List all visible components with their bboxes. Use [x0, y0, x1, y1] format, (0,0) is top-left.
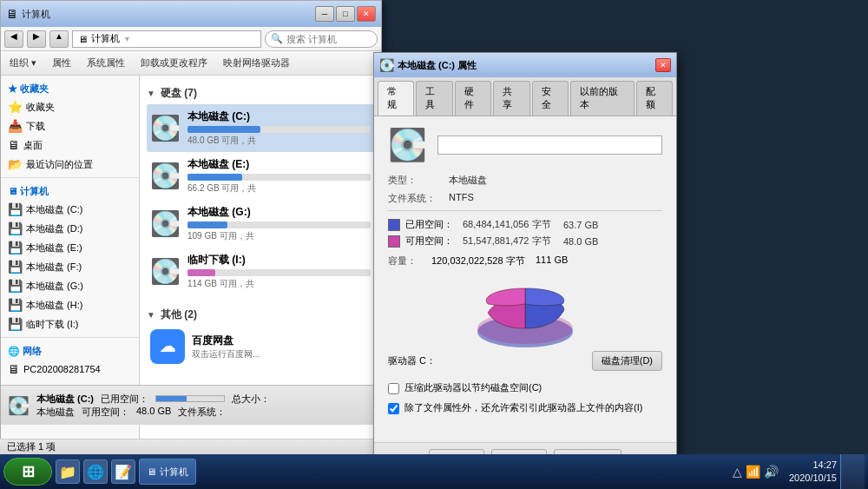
- toolbar-map[interactable]: 映射网络驱动器: [220, 55, 293, 71]
- tab-general[interactable]: 常规: [378, 81, 414, 116]
- sidebar-item-favorites[interactable]: ⭐ 收藏夹: [1, 97, 139, 116]
- compress-checkbox-row: 压缩此驱动器以节约磁盘空间(C): [388, 381, 662, 394]
- drive-f-icon: 💾: [8, 260, 23, 274]
- dialog-drive-large-icon: 💽: [388, 127, 427, 163]
- status-free-label: 可用空间：: [82, 406, 129, 419]
- minimize-button[interactable]: ─: [315, 6, 334, 22]
- free-legend-label: 可用空间：: [405, 235, 457, 248]
- sidebar-item-h[interactable]: 💾 本地磁盘 (H:): [1, 295, 139, 314]
- taskbar-icon-3-img: 📝: [115, 464, 132, 480]
- fs-label: 文件系统：: [388, 192, 449, 205]
- type-label: 类型：: [388, 174, 449, 187]
- drive-i-info: 临时下载 (I:) 114 GB 可用，共: [187, 253, 371, 290]
- compress-checkbox[interactable]: [388, 383, 399, 394]
- drive-g-img: 💽: [150, 209, 181, 238]
- forward-button[interactable]: ▶: [27, 30, 46, 48]
- tray-icon-1[interactable]: △: [733, 465, 742, 479]
- drive-c-name: 本地磁盘 (C:): [187, 109, 371, 124]
- tab-share[interactable]: 共享: [493, 81, 529, 116]
- free-legend-row: 可用空间： 51,547,881,472 字节 48.0 GB: [388, 235, 662, 248]
- address-text: 计算机: [91, 32, 120, 45]
- tab-hardware[interactable]: 硬件: [455, 81, 491, 116]
- drive-d-icon: 💾: [8, 221, 23, 235]
- drive-c-bar-container: [187, 126, 371, 133]
- search-icon: 🔍: [271, 33, 283, 44]
- toolbar-organize[interactable]: 组织 ▾: [6, 55, 40, 71]
- properties-dialog: 💽 本地磁盘 (C:) 属性 ✕ 常规 工具 硬件 共享 安全 以前的版本 配额…: [373, 52, 677, 478]
- status-row2: 本地磁盘 可用空间： 48.0 GB 文件系统：: [36, 406, 376, 419]
- sidebar-item-downloads[interactable]: 📥 下载: [1, 116, 139, 135]
- drive-c-item[interactable]: 💽 本地磁盘 (C:) 48.0 GB 可用，共: [147, 104, 374, 152]
- sidebar-item-pc[interactable]: 🖥 PC202008281754: [1, 360, 139, 379]
- disk-legend: 已用空间： 68,484,141,056 字节 63.7 GB 可用空间： 51…: [388, 218, 662, 248]
- back-button[interactable]: ◀: [4, 30, 23, 48]
- tab-security[interactable]: 安全: [532, 81, 569, 116]
- baidu-info: 百度网盘 双击运行百度网...: [192, 334, 260, 360]
- other-header: ▼ 其他 (2): [147, 304, 374, 326]
- toolbar-uninstall[interactable]: 卸载或更改程序: [137, 55, 211, 71]
- index-label: 除了文件属性外，还允许索引引此驱动器上文件的内容(I): [404, 401, 642, 414]
- free-size: 48.0 GB: [563, 236, 598, 247]
- tray-network-icon[interactable]: 📶: [746, 465, 760, 479]
- dialog-title-bar: 💽 本地磁盘 (C:) 属性 ✕: [374, 53, 676, 77]
- up-button[interactable]: ▲: [49, 30, 69, 48]
- sidebar-computer-header[interactable]: 🖥 计算机: [1, 182, 139, 200]
- type-value: 本地磁盘: [449, 174, 487, 187]
- divider-2: [1, 337, 139, 338]
- used-size: 63.7 GB: [563, 220, 598, 230]
- drive-i-meta: 114 GB 可用，共: [187, 278, 371, 290]
- clock[interactable]: 14:27 2020/10/15: [789, 459, 837, 486]
- sidebar-network-header[interactable]: 🌐 网络: [1, 341, 139, 360]
- taskbar-icon-1[interactable]: 📁: [56, 459, 80, 484]
- sidebar-item-e[interactable]: 💾 本地磁盘 (E:): [1, 238, 139, 257]
- sidebar-item-f[interactable]: 💾 本地磁盘 (F:): [1, 257, 139, 276]
- fs-value: NTFS: [449, 192, 474, 205]
- toolbar-properties[interactable]: 属性: [49, 55, 75, 71]
- drive-e-img: 💽: [150, 162, 181, 190]
- drive-c-bar: [187, 126, 260, 133]
- status-total-label: 总大小：: [232, 393, 270, 406]
- drive-e-bar-container: [187, 174, 371, 181]
- taskbar-icon-2[interactable]: 🌐: [83, 459, 108, 484]
- drive-c-icon: 💾: [8, 202, 23, 216]
- tab-tools[interactable]: 工具: [416, 81, 452, 116]
- drive-i-img: 💽: [150, 257, 181, 286]
- drive-e-item[interactable]: 💽 本地磁盘 (E:) 66.2 GB 可用，共: [147, 152, 374, 200]
- baidu-name: 百度网盘: [192, 334, 260, 348]
- show-desktop-button[interactable]: [840, 454, 865, 489]
- start-button[interactable]: ⊞: [3, 458, 52, 486]
- drive-c-info: 本地磁盘 (C:) 48.0 GB 可用，共: [187, 109, 371, 147]
- pc-icon: 🖥: [8, 362, 20, 376]
- taskbar-icon-3[interactable]: 📝: [111, 459, 135, 484]
- sidebar-item-desktop[interactable]: 🖥 桌面: [1, 135, 139, 155]
- status-drive-type: 本地磁盘: [36, 406, 75, 419]
- baidu-desc: 双击运行百度网...: [192, 348, 260, 360]
- close-button[interactable]: ✕: [357, 6, 376, 22]
- tab-previous[interactable]: 以前的版本: [570, 81, 634, 116]
- sidebar-item-d[interactable]: 💾 本地磁盘 (D:): [1, 219, 139, 238]
- baidu-item[interactable]: ☁ 百度网盘 双击运行百度网...: [147, 326, 374, 367]
- toolbar-system[interactable]: 系统属性: [83, 55, 128, 71]
- tab-quota[interactable]: 配额: [636, 81, 673, 116]
- drive-e-bar: [187, 174, 242, 181]
- cleanup-button[interactable]: 磁盘清理(D): [592, 351, 662, 371]
- index-checkbox[interactable]: [388, 403, 399, 414]
- address-arrow: ▼: [123, 35, 131, 43]
- tray-sound-icon[interactable]: 🔊: [764, 465, 779, 479]
- sidebar-item-c[interactable]: 💾 本地磁盘 (C:): [1, 200, 139, 219]
- sidebar-item-recent[interactable]: 📂 最近访问的位置: [1, 155, 139, 174]
- sidebar-favorites-header[interactable]: ★ 收藏夹: [1, 79, 139, 97]
- sidebar-item-i[interactable]: 💾 临时下载 (I:): [1, 314, 139, 334]
- drive-i-item[interactable]: 💽 临时下载 (I:) 114 GB 可用，共: [147, 248, 374, 295]
- dialog-close-button[interactable]: ✕: [655, 58, 671, 72]
- drive-e-info: 本地磁盘 (E:) 66.2 GB 可用，共: [187, 157, 371, 195]
- sidebar-item-g[interactable]: 💾 本地磁盘 (G:): [1, 276, 139, 295]
- maximize-button[interactable]: □: [336, 6, 355, 22]
- free-color-box: [388, 235, 400, 248]
- taskbar-explorer-item[interactable]: 🖥 计算机: [139, 459, 196, 485]
- drive-g-item[interactable]: 💽 本地磁盘 (G:) 109 GB 可用，共: [147, 200, 374, 248]
- drive-name-input[interactable]: [437, 135, 662, 155]
- search-input[interactable]: [286, 34, 365, 44]
- address-bar: ◀ ▶ ▲ 🖥 计算机 ▼ 🔍: [1, 27, 381, 51]
- type-row: 类型： 本地磁盘: [388, 174, 662, 187]
